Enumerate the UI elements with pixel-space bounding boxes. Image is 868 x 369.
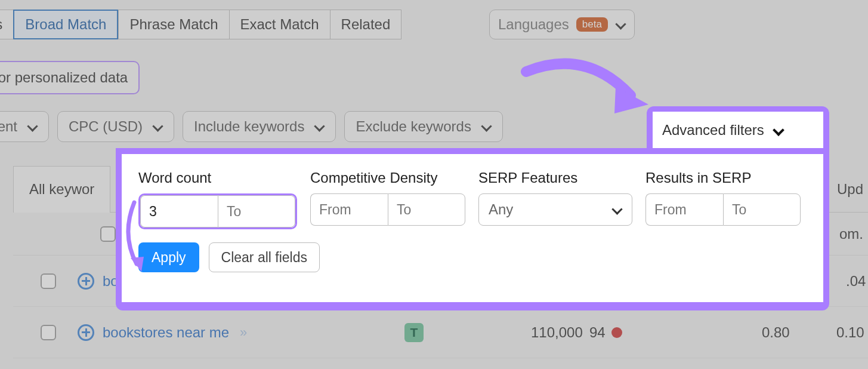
results-to-input[interactable] [723,193,801,226]
languages-dropdown[interactable]: Languages beta [489,10,635,39]
tab-broad-match[interactable]: Broad Match [13,10,118,39]
select-all-checkbox[interactable] [100,226,116,242]
keyword-link[interactable]: bookstores near me [103,324,229,341]
serp-features-select[interactable]: Any [478,193,632,226]
chevron-down-icon [314,121,325,132]
cpc-label: CPC (USD) [69,118,143,135]
intent-badge-cell: T [404,323,424,342]
expand-icon[interactable]: » [240,325,243,340]
transactional-badge: T [404,323,424,342]
languages-label: Languages [498,16,569,33]
all-keywords-label: All keywor [29,181,94,198]
include-keywords-filter[interactable]: Include keywords [183,111,336,142]
competitive-density-group: Competitive Density [310,170,465,229]
updated-column: Upd [837,181,863,198]
match-tabs: ds Broad Match Phrase Match Exact Match … [0,10,401,39]
all-keywords-tab[interactable]: All keywor [13,166,110,213]
row-checkbox[interactable] [41,273,56,289]
word-count-range-highlight [138,193,297,229]
difficulty-dot-icon [611,327,622,338]
advanced-filters-popover: Word count Competitive Density SERP Feat… [122,154,823,302]
competitive-density-label: Competitive Density [310,170,465,186]
volume-cell: 110,000 [531,324,583,341]
add-keyword-icon[interactable] [78,324,94,341]
results-in-serp-group: Results in SERP [645,170,801,229]
tab-prev-label: ds [0,16,2,33]
serp-features-value: Any [489,201,513,218]
advanced-filters-popover-frame: Word count Competitive Density SERP Feat… [116,148,829,310]
competitive-density-from-input[interactable] [310,193,388,226]
advanced-filters-button[interactable]: Advanced filters [653,112,823,148]
exclude-label: Exclude keywords [356,118,471,135]
tab-related-label: Related [341,16,391,33]
com-cell: 0.10 [836,324,864,341]
clear-all-fields-button[interactable]: Clear all fields [209,242,320,272]
chevron-down-icon [27,121,38,132]
com-column: om. [839,226,863,242]
tab-exact-match[interactable]: Exact Match [229,10,330,39]
chevron-down-icon [152,121,163,132]
exclude-keywords-filter[interactable]: Exclude keywords [344,111,502,142]
personalized-label: for personalized data [0,69,128,86]
word-count-label: Word count [138,170,297,186]
cpc-cell: 0.80 [762,324,790,341]
cpc-filter[interactable]: CPC (USD) [57,111,174,142]
intent-label: tent [0,118,17,135]
tab-phrase-match[interactable]: Phrase Match [118,10,228,39]
word-count-to-input[interactable] [218,195,295,227]
personalized-data-chip[interactable]: for personalized data [0,61,140,94]
results-from-input[interactable] [645,193,723,226]
include-label: Include keywords [194,118,304,135]
chevron-down-icon [481,121,492,132]
tab-exact-label: Exact Match [240,16,319,33]
tab-phrase-label: Phrase Match [129,16,218,33]
tab-broad-label: Broad Match [25,16,106,33]
kd-value: 94 [589,324,606,341]
add-keyword-icon[interactable] [78,273,94,290]
intent-filter[interactable]: tent [0,111,49,142]
tab-related[interactable]: Related [330,10,402,39]
filter-pills: tent CPC (USD) Include keywords Exclude … [0,111,503,142]
value-cell: .04 [846,273,866,290]
advanced-filters-label: Advanced filters [662,122,764,139]
tab-prev[interactable]: ds [0,10,13,39]
annotation-arrow-icon [520,54,657,119]
beta-badge: beta [576,17,608,32]
table-row: bookstores near me » T 110,000 94 0.80 0… [13,307,868,358]
chevron-down-icon [615,19,626,30]
serp-features-group: SERP Features Any [478,170,632,229]
word-count-group: Word count [138,170,297,229]
chevron-down-icon [773,125,783,136]
kd-cell: 94 [589,324,622,341]
svg-marker-0 [614,87,648,113]
results-in-serp-label: Results in SERP [645,170,801,186]
chevron-down-icon [611,204,622,215]
word-count-from-input[interactable] [140,195,218,227]
competitive-density-to-input[interactable] [388,193,465,226]
advanced-filters-highlight: Advanced filters [647,106,829,148]
apply-button[interactable]: Apply [138,242,199,272]
serp-features-label: SERP Features [478,170,632,186]
row-checkbox[interactable] [41,325,56,340]
